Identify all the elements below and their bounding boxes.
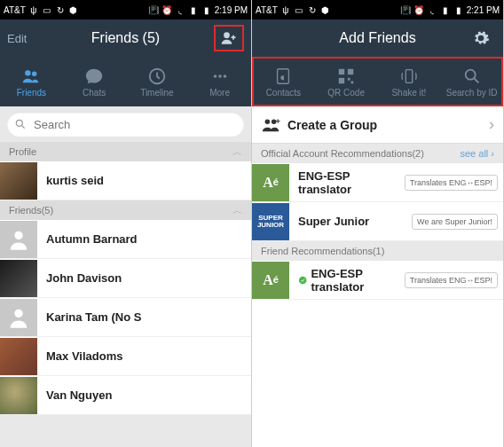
more-icon bbox=[210, 67, 230, 86]
chats-icon bbox=[84, 67, 104, 86]
method-qrcode[interactable]: QR Code bbox=[315, 57, 378, 106]
status-bar: AT&T ψ ▭ ↻ ⬢ 📳 ⏰ ◟ ▮ ▮ 2:19 PM bbox=[0, 0, 251, 20]
friend-name: John Davison bbox=[37, 271, 251, 285]
alarm-icon: ⏰ bbox=[413, 4, 424, 15]
chevron-up-icon: ︿ bbox=[232, 145, 242, 159]
avatar: Aé bbox=[252, 262, 289, 299]
friend-name: Van Nguyen bbox=[37, 388, 251, 402]
friend-row[interactable]: John Davison bbox=[0, 259, 251, 298]
method-shake[interactable]: Shake it! bbox=[378, 57, 441, 106]
contacts-icon bbox=[273, 67, 293, 86]
tab-label: Friends bbox=[17, 88, 46, 98]
svg-rect-13 bbox=[339, 77, 344, 82]
friends-header[interactable]: Friends(5) ︿ bbox=[0, 200, 251, 220]
official-account-row[interactable]: SUPERJUNIOR Super Junior We are Super Ju… bbox=[252, 202, 503, 241]
add-friend-button[interactable] bbox=[214, 25, 244, 51]
friend-row[interactable]: Karina Tam (No S bbox=[0, 298, 251, 337]
svg-rect-15 bbox=[351, 81, 354, 83]
method-label: Contacts bbox=[266, 88, 301, 98]
tab-timeline[interactable]: Timeline bbox=[126, 57, 189, 106]
svg-point-6 bbox=[223, 74, 226, 78]
method-contacts[interactable]: Contacts bbox=[252, 57, 315, 106]
search-input[interactable] bbox=[7, 112, 244, 137]
wifi-icon: ◟ bbox=[175, 4, 185, 15]
tab-label: More bbox=[209, 88, 230, 98]
tab-chats[interactable]: Chats bbox=[63, 57, 126, 106]
recommendations-scroll[interactable]: Official Account Recommendations(2) see … bbox=[252, 144, 503, 300]
friend-row[interactable]: Max Viladoms bbox=[0, 337, 251, 376]
svg-rect-12 bbox=[348, 68, 353, 74]
tab-friends[interactable]: Friends bbox=[0, 57, 63, 106]
official-account-row[interactable]: Aé ENG-ESP translator Translates ENG↔ESP… bbox=[252, 163, 503, 202]
svg-point-21 bbox=[299, 276, 307, 284]
svg-point-9 bbox=[14, 309, 22, 317]
svg-rect-11 bbox=[339, 68, 344, 74]
method-label: QR Code bbox=[327, 88, 365, 98]
friends-icon bbox=[21, 67, 41, 86]
svg-point-8 bbox=[14, 231, 22, 239]
tab-more[interactable]: More bbox=[188, 57, 251, 106]
vibrate-icon: 📳 bbox=[148, 4, 159, 15]
chat-icon: ▭ bbox=[294, 4, 304, 15]
svg-point-18 bbox=[265, 119, 271, 124]
account-name: ENG-ESP translator bbox=[289, 267, 405, 294]
settings-button[interactable] bbox=[466, 25, 496, 51]
tab-label: Timeline bbox=[140, 88, 173, 98]
nav-bar: Edit Friends (5) bbox=[0, 20, 251, 57]
chevron-up-icon: ︿ bbox=[232, 204, 242, 217]
avatar bbox=[0, 299, 37, 336]
profile-header[interactable]: Profile ︿ bbox=[0, 142, 251, 161]
search-bar bbox=[0, 106, 251, 142]
edit-button[interactable]: Edit bbox=[7, 32, 27, 45]
carrier-icon: ⬢ bbox=[68, 4, 79, 15]
battery-icon: ▮ bbox=[453, 4, 464, 15]
signal-icon: ▮ bbox=[188, 4, 199, 15]
svg-point-4 bbox=[213, 74, 217, 78]
create-group-label: Create a Group bbox=[287, 118, 377, 132]
official-rec-header: Official Account Recommendations(2) see … bbox=[252, 144, 503, 163]
avatar: SUPERJUNIOR bbox=[252, 203, 289, 240]
alarm-icon: ⏰ bbox=[161, 4, 172, 15]
clock-label: 2:19 PM bbox=[215, 5, 248, 15]
see-all-link[interactable]: see all › bbox=[460, 148, 494, 159]
create-group-row[interactable]: + Create a Group › bbox=[252, 106, 503, 144]
friend-rec-header: Friend Recommendations(1) bbox=[252, 241, 503, 261]
friend-row[interactable]: Autumn Barnard bbox=[0, 220, 251, 259]
friends-list-screen: AT&T ψ ▭ ↻ ⬢ 📳 ⏰ ◟ ▮ ▮ 2:19 PM Edit Frie… bbox=[0, 0, 252, 447]
avatar bbox=[0, 338, 37, 375]
wifi-icon: ◟ bbox=[427, 4, 437, 15]
profile-name: kurtis seid bbox=[37, 174, 251, 187]
status-bar: AT&T ψ ▭ ↻ ⬢ 📳 ⏰ ◟ ▮ ▮ 2:21 PM bbox=[252, 0, 503, 20]
method-label: Shake it! bbox=[391, 88, 426, 98]
add-friends-screen: AT&T ψ ▭ ↻ ⬢ 📳 ⏰ ◟ ▮ ▮ 2:21 PM Add Frien… bbox=[252, 0, 504, 447]
carrier-label: AT&T bbox=[4, 5, 26, 15]
svg-point-17 bbox=[465, 69, 475, 79]
method-search-id[interactable]: Search by ID bbox=[440, 57, 503, 106]
search-icon bbox=[14, 118, 27, 130]
chevron-right-icon: › bbox=[489, 115, 494, 134]
avatar bbox=[0, 377, 37, 414]
svg-text:+: + bbox=[276, 117, 280, 126]
timeline-icon bbox=[147, 67, 167, 86]
friend-name: Autumn Barnard bbox=[37, 232, 251, 246]
profile-row[interactable]: kurtis seid bbox=[0, 161, 251, 200]
friends-scroll[interactable]: Profile ︿ kurtis seid Friends(5) ︿ Autum… bbox=[0, 142, 251, 447]
sync-icon: ↻ bbox=[55, 4, 66, 15]
avatar: Aé bbox=[252, 164, 289, 201]
carrier-icon: ⬢ bbox=[320, 4, 331, 15]
usb-icon: ψ bbox=[28, 4, 39, 15]
signal-icon: ▮ bbox=[440, 4, 451, 15]
usb-icon: ψ bbox=[280, 4, 291, 15]
method-label: Search by ID bbox=[446, 88, 498, 98]
sync-icon: ↻ bbox=[307, 4, 318, 15]
clock-label: 2:21 PM bbox=[467, 5, 500, 15]
tab-bar: Friends Chats Timeline More bbox=[0, 57, 251, 106]
shake-icon bbox=[399, 67, 419, 86]
tab-label: Chats bbox=[83, 88, 106, 98]
add-methods-bar: Contacts QR Code Shake it! Search by ID bbox=[252, 57, 503, 106]
status-bubble: Translates ENG↔ESP! bbox=[405, 175, 498, 191]
friend-row[interactable]: Van Nguyen bbox=[0, 376, 251, 415]
svg-rect-16 bbox=[406, 69, 412, 82]
friend-rec-row[interactable]: Aé ENG-ESP translator Translates ENG↔ESP… bbox=[252, 261, 503, 300]
add-friend-icon bbox=[220, 29, 238, 47]
